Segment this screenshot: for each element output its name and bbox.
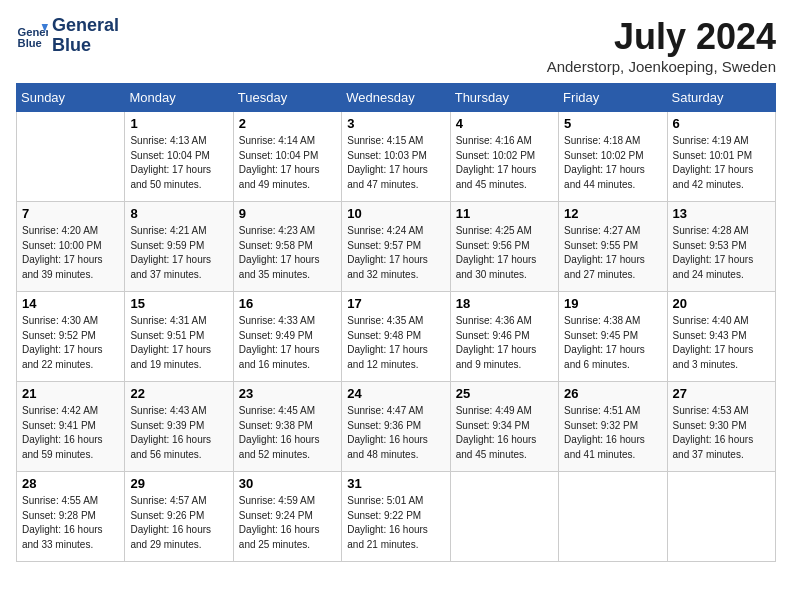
calendar-cell: 19Sunrise: 4:38 AM Sunset: 9:45 PM Dayli… <box>559 292 667 382</box>
day-info: Sunrise: 4:35 AM Sunset: 9:48 PM Dayligh… <box>347 314 444 372</box>
calendar-cell: 23Sunrise: 4:45 AM Sunset: 9:38 PM Dayli… <box>233 382 341 472</box>
day-number: 28 <box>22 476 119 491</box>
day-info: Sunrise: 4:45 AM Sunset: 9:38 PM Dayligh… <box>239 404 336 462</box>
day-number: 1 <box>130 116 227 131</box>
title-block: July 2024 Anderstorp, Joenkoeping, Swede… <box>547 16 776 75</box>
month-title: July 2024 <box>547 16 776 58</box>
week-row-4: 21Sunrise: 4:42 AM Sunset: 9:41 PM Dayli… <box>17 382 776 472</box>
calendar-cell: 11Sunrise: 4:25 AM Sunset: 9:56 PM Dayli… <box>450 202 558 292</box>
calendar-cell: 13Sunrise: 4:28 AM Sunset: 9:53 PM Dayli… <box>667 202 775 292</box>
calendar-cell: 31Sunrise: 5:01 AM Sunset: 9:22 PM Dayli… <box>342 472 450 562</box>
day-number: 17 <box>347 296 444 311</box>
day-number: 6 <box>673 116 770 131</box>
day-number: 22 <box>130 386 227 401</box>
svg-text:Blue: Blue <box>18 37 42 49</box>
day-number: 8 <box>130 206 227 221</box>
week-row-1: 1Sunrise: 4:13 AM Sunset: 10:04 PM Dayli… <box>17 112 776 202</box>
calendar-cell: 30Sunrise: 4:59 AM Sunset: 9:24 PM Dayli… <box>233 472 341 562</box>
day-number: 30 <box>239 476 336 491</box>
calendar-cell: 6Sunrise: 4:19 AM Sunset: 10:01 PM Dayli… <box>667 112 775 202</box>
calendar-cell: 9Sunrise: 4:23 AM Sunset: 9:58 PM Daylig… <box>233 202 341 292</box>
calendar-cell: 29Sunrise: 4:57 AM Sunset: 9:26 PM Dayli… <box>125 472 233 562</box>
day-number: 19 <box>564 296 661 311</box>
day-info: Sunrise: 4:27 AM Sunset: 9:55 PM Dayligh… <box>564 224 661 282</box>
day-number: 2 <box>239 116 336 131</box>
day-number: 24 <box>347 386 444 401</box>
calendar-cell: 7Sunrise: 4:20 AM Sunset: 10:00 PM Dayli… <box>17 202 125 292</box>
weekday-header-saturday: Saturday <box>667 84 775 112</box>
week-row-5: 28Sunrise: 4:55 AM Sunset: 9:28 PM Dayli… <box>17 472 776 562</box>
calendar-cell: 4Sunrise: 4:16 AM Sunset: 10:02 PM Dayli… <box>450 112 558 202</box>
day-info: Sunrise: 4:30 AM Sunset: 9:52 PM Dayligh… <box>22 314 119 372</box>
day-info: Sunrise: 4:38 AM Sunset: 9:45 PM Dayligh… <box>564 314 661 372</box>
calendar-cell <box>17 112 125 202</box>
day-info: Sunrise: 4:20 AM Sunset: 10:00 PM Daylig… <box>22 224 119 282</box>
day-number: 11 <box>456 206 553 221</box>
calendar-cell: 28Sunrise: 4:55 AM Sunset: 9:28 PM Dayli… <box>17 472 125 562</box>
calendar-cell: 8Sunrise: 4:21 AM Sunset: 9:59 PM Daylig… <box>125 202 233 292</box>
calendar-cell: 22Sunrise: 4:43 AM Sunset: 9:39 PM Dayli… <box>125 382 233 472</box>
calendar-cell: 14Sunrise: 4:30 AM Sunset: 9:52 PM Dayli… <box>17 292 125 382</box>
calendar-cell: 20Sunrise: 4:40 AM Sunset: 9:43 PM Dayli… <box>667 292 775 382</box>
day-info: Sunrise: 4:28 AM Sunset: 9:53 PM Dayligh… <box>673 224 770 282</box>
page-header: General Blue General Blue July 2024 Ande… <box>16 16 776 75</box>
day-info: Sunrise: 4:53 AM Sunset: 9:30 PM Dayligh… <box>673 404 770 462</box>
day-number: 12 <box>564 206 661 221</box>
day-info: Sunrise: 4:14 AM Sunset: 10:04 PM Daylig… <box>239 134 336 192</box>
calendar-cell <box>559 472 667 562</box>
calendar-cell: 24Sunrise: 4:47 AM Sunset: 9:36 PM Dayli… <box>342 382 450 472</box>
week-row-3: 14Sunrise: 4:30 AM Sunset: 9:52 PM Dayli… <box>17 292 776 382</box>
calendar-cell: 12Sunrise: 4:27 AM Sunset: 9:55 PM Dayli… <box>559 202 667 292</box>
location-title: Anderstorp, Joenkoeping, Sweden <box>547 58 776 75</box>
day-info: Sunrise: 4:43 AM Sunset: 9:39 PM Dayligh… <box>130 404 227 462</box>
day-info: Sunrise: 4:59 AM Sunset: 9:24 PM Dayligh… <box>239 494 336 552</box>
day-number: 13 <box>673 206 770 221</box>
day-info: Sunrise: 4:25 AM Sunset: 9:56 PM Dayligh… <box>456 224 553 282</box>
weekday-header-tuesday: Tuesday <box>233 84 341 112</box>
day-info: Sunrise: 4:40 AM Sunset: 9:43 PM Dayligh… <box>673 314 770 372</box>
day-info: Sunrise: 4:23 AM Sunset: 9:58 PM Dayligh… <box>239 224 336 282</box>
logo: General Blue General Blue <box>16 16 119 56</box>
day-info: Sunrise: 4:31 AM Sunset: 9:51 PM Dayligh… <box>130 314 227 372</box>
calendar-cell: 3Sunrise: 4:15 AM Sunset: 10:03 PM Dayli… <box>342 112 450 202</box>
day-number: 25 <box>456 386 553 401</box>
day-info: Sunrise: 4:18 AM Sunset: 10:02 PM Daylig… <box>564 134 661 192</box>
day-number: 29 <box>130 476 227 491</box>
logo-text: General Blue <box>52 16 119 56</box>
day-info: Sunrise: 4:42 AM Sunset: 9:41 PM Dayligh… <box>22 404 119 462</box>
logo-icon: General Blue <box>16 20 48 52</box>
calendar-cell: 1Sunrise: 4:13 AM Sunset: 10:04 PM Dayli… <box>125 112 233 202</box>
calendar-cell: 18Sunrise: 4:36 AM Sunset: 9:46 PM Dayli… <box>450 292 558 382</box>
day-info: Sunrise: 4:24 AM Sunset: 9:57 PM Dayligh… <box>347 224 444 282</box>
day-info: Sunrise: 4:19 AM Sunset: 10:01 PM Daylig… <box>673 134 770 192</box>
day-info: Sunrise: 4:13 AM Sunset: 10:04 PM Daylig… <box>130 134 227 192</box>
calendar-cell <box>667 472 775 562</box>
day-info: Sunrise: 4:55 AM Sunset: 9:28 PM Dayligh… <box>22 494 119 552</box>
day-number: 27 <box>673 386 770 401</box>
day-info: Sunrise: 4:15 AM Sunset: 10:03 PM Daylig… <box>347 134 444 192</box>
day-number: 14 <box>22 296 119 311</box>
weekday-header-sunday: Sunday <box>17 84 125 112</box>
day-number: 18 <box>456 296 553 311</box>
calendar-cell <box>450 472 558 562</box>
day-number: 4 <box>456 116 553 131</box>
calendar-table: SundayMondayTuesdayWednesdayThursdayFrid… <box>16 83 776 562</box>
week-row-2: 7Sunrise: 4:20 AM Sunset: 10:00 PM Dayli… <box>17 202 776 292</box>
weekday-header-thursday: Thursday <box>450 84 558 112</box>
day-info: Sunrise: 4:33 AM Sunset: 9:49 PM Dayligh… <box>239 314 336 372</box>
weekday-header-wednesday: Wednesday <box>342 84 450 112</box>
day-number: 10 <box>347 206 444 221</box>
day-info: Sunrise: 4:21 AM Sunset: 9:59 PM Dayligh… <box>130 224 227 282</box>
day-info: Sunrise: 4:47 AM Sunset: 9:36 PM Dayligh… <box>347 404 444 462</box>
day-number: 21 <box>22 386 119 401</box>
day-number: 16 <box>239 296 336 311</box>
calendar-cell: 5Sunrise: 4:18 AM Sunset: 10:02 PM Dayli… <box>559 112 667 202</box>
weekday-header-friday: Friday <box>559 84 667 112</box>
day-number: 20 <box>673 296 770 311</box>
day-number: 7 <box>22 206 119 221</box>
day-info: Sunrise: 5:01 AM Sunset: 9:22 PM Dayligh… <box>347 494 444 552</box>
day-number: 15 <box>130 296 227 311</box>
day-number: 3 <box>347 116 444 131</box>
calendar-cell: 16Sunrise: 4:33 AM Sunset: 9:49 PM Dayli… <box>233 292 341 382</box>
day-number: 23 <box>239 386 336 401</box>
